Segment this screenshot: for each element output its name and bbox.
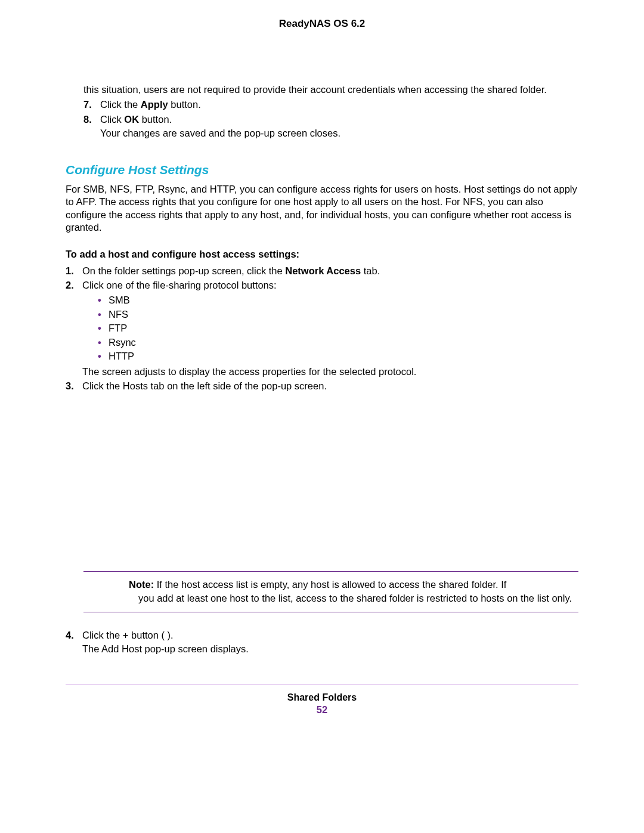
ordered-steps-top: 7. Click the Apply button. 8. Click OK b… bbox=[83, 98, 578, 140]
bullet-item: •SMB bbox=[98, 294, 578, 306]
bullet-item: •Rsync bbox=[98, 336, 578, 349]
step-1: 1. On the folder settings pop-up screen,… bbox=[66, 265, 578, 277]
step-text: Click OK button. bbox=[100, 114, 172, 125]
bullet-icon: • bbox=[98, 294, 101, 306]
step-8: 8. Click OK button. Your changes are sav… bbox=[83, 113, 578, 140]
section-paragraph: For SMB, NFS, FTP, Rsync, and HTTP, you … bbox=[66, 183, 578, 234]
note-text-line2: you add at least one host to the list, a… bbox=[138, 592, 578, 605]
bullet-item: •NFS bbox=[98, 308, 578, 321]
step-text: Click one of the file-sharing protocol b… bbox=[82, 280, 277, 290]
document-page: ReadyNAS OS 6.2 this situation, users ar… bbox=[0, 0, 644, 733]
note-label: Note: bbox=[129, 579, 154, 590]
step-number: 4. bbox=[66, 629, 74, 642]
step-number: 8. bbox=[83, 113, 92, 126]
step-2: 2. Click one of the file-sharing protoco… bbox=[66, 279, 578, 378]
step-4: 4. Click the + button ( ). The Add Host … bbox=[66, 629, 578, 656]
step-number: 7. bbox=[83, 98, 92, 111]
footer-divider bbox=[66, 685, 578, 685]
step-text: Click the + button ( ). bbox=[82, 630, 174, 640]
step-subtext: Your changes are saved and the pop-up sc… bbox=[100, 127, 578, 140]
note-text-line1: If the host access list is empty, any ho… bbox=[157, 579, 507, 590]
document-header: ReadyNAS OS 6.2 bbox=[66, 18, 578, 30]
bullet-icon: • bbox=[98, 350, 101, 363]
footer-page-number: 52 bbox=[66, 704, 578, 716]
step-number: 3. bbox=[66, 380, 74, 392]
protocol-bullets: •SMB •NFS •FTP •Rsync •HTTP bbox=[82, 294, 578, 363]
ordered-steps-bottom: 4. Click the + button ( ). The Add Host … bbox=[66, 629, 578, 656]
step-7: 7. Click the Apply button. bbox=[83, 98, 578, 111]
step-3: 3. Click the Hosts tab on the left side … bbox=[66, 380, 578, 392]
section-heading: Configure Host Settings bbox=[66, 163, 578, 177]
note-block: Note: If the host access list is empty, … bbox=[83, 571, 578, 612]
bullet-item: •FTP bbox=[98, 322, 578, 335]
step-number: 2. bbox=[66, 279, 74, 292]
step-text: Click the Hosts tab on the left side of … bbox=[82, 380, 327, 391]
step-text: Click the Apply button. bbox=[100, 99, 201, 110]
procedure-heading: To add a host and configure host access … bbox=[66, 249, 578, 260]
bullet-icon: • bbox=[98, 322, 101, 335]
bullet-icon: • bbox=[98, 308, 101, 321]
continuation-paragraph: this situation, users are not required t… bbox=[83, 83, 578, 96]
bullet-item: •HTTP bbox=[98, 350, 578, 363]
step-text: On the folder settings pop-up screen, cl… bbox=[82, 265, 380, 276]
step-subtext: The screen adjusts to display the access… bbox=[82, 366, 578, 378]
bullet-icon: • bbox=[98, 336, 101, 349]
footer-section-title: Shared Folders bbox=[66, 692, 578, 703]
ordered-steps-mid: 1. On the folder settings pop-up screen,… bbox=[66, 265, 578, 393]
step-number: 1. bbox=[66, 265, 74, 277]
step-subtext: The Add Host pop-up screen displays. bbox=[82, 643, 578, 655]
